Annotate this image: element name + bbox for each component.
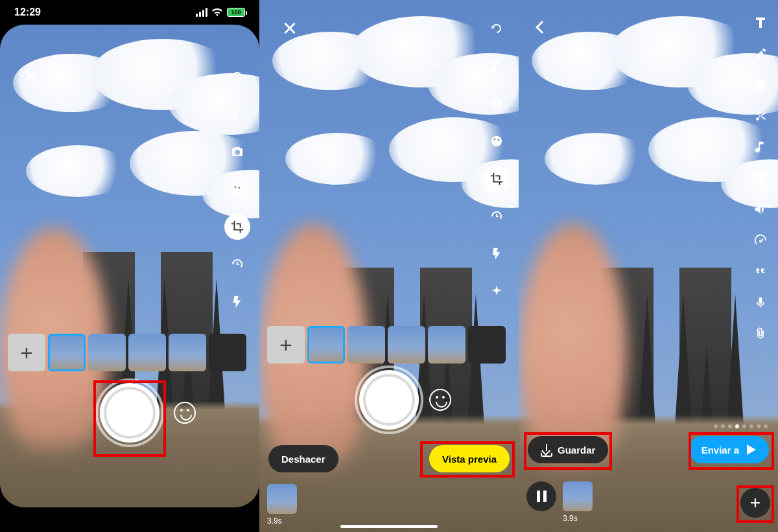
director-thumbs: +	[8, 334, 246, 371]
pause-button[interactable]	[526, 481, 556, 511]
send-button[interactable]: Enviar a	[689, 436, 769, 463]
edit-viewport: Guardar Enviar a 3.9s +	[519, 0, 778, 532]
camera-viewport: +	[0, 25, 259, 507]
camera-viewport: + Deshacer Vista previa 3.9s	[259, 0, 519, 532]
clip-thumb[interactable]	[307, 326, 345, 364]
clip-thumb[interactable]	[128, 334, 166, 371]
camera-icon[interactable]	[484, 91, 510, 117]
lens-smiley-button[interactable]	[429, 389, 451, 411]
status-time: 12:29	[14, 6, 41, 18]
speed-icon[interactable]	[484, 203, 510, 229]
svg-point-1	[235, 187, 237, 189]
clip-cell[interactable]: 3.9s	[267, 484, 297, 526]
add-clip-button[interactable]: +	[8, 334, 45, 371]
clip-thumb[interactable]	[428, 326, 466, 364]
clip-thumb[interactable]	[209, 334, 246, 371]
clip-thumb[interactable]	[48, 334, 86, 371]
magic-icon[interactable]	[749, 229, 772, 251]
svg-point-0	[232, 184, 242, 194]
camera-icon[interactable]	[224, 139, 250, 165]
save-button[interactable]: Guardar	[528, 436, 608, 463]
preview-button[interactable]: Vista previa	[429, 445, 510, 472]
sticker-icon[interactable]	[749, 74, 772, 96]
screen-3-edit: Guardar Enviar a 3.9s +	[519, 0, 778, 532]
send-icon	[747, 445, 756, 455]
volume-icon[interactable]	[749, 198, 772, 220]
clip-thumb[interactable]	[388, 326, 425, 364]
status-indicators: 100	[196, 8, 245, 17]
edit-tool-rail	[749, 12, 772, 345]
svg-point-3	[491, 136, 502, 146]
tool-rail	[484, 16, 510, 305]
send-label: Enviar a	[701, 445, 739, 456]
undo-button[interactable]: Deshacer	[268, 445, 338, 472]
download-icon	[541, 444, 552, 456]
clip-row: 3.9s	[526, 481, 593, 523]
svg-point-4	[494, 139, 496, 141]
clip-thumb[interactable]	[88, 334, 126, 371]
close-button[interactable]	[12, 64, 35, 87]
flip-camera-icon[interactable]	[224, 64, 250, 89]
music-icon[interactable]	[749, 136, 772, 158]
palette-icon[interactable]	[224, 176, 250, 202]
wifi-icon	[211, 8, 223, 17]
clip-cell[interactable]: 3.9s	[563, 481, 593, 523]
save-label: Guardar	[558, 445, 595, 456]
action-row: Deshacer Vista previa	[259, 445, 519, 472]
add-button[interactable]: +	[740, 488, 770, 518]
sparkle-icon[interactable]	[484, 279, 510, 305]
clip-thumb[interactable]	[169, 334, 206, 371]
mic-icon[interactable]	[749, 292, 772, 314]
screen-1-capture: 12:29 100 +	[0, 0, 259, 532]
home-indicator	[340, 525, 438, 528]
back-button[interactable]	[530, 16, 554, 39]
shutter-ring	[95, 378, 164, 447]
clip-thumb[interactable]	[468, 326, 506, 364]
speed-icon[interactable]	[224, 251, 250, 277]
undo-label: Deshacer	[281, 454, 325, 465]
clip-duration: 3.9s	[267, 516, 282, 526]
action-row: Guardar Enviar a	[519, 436, 778, 463]
clip-duration: 3.9s	[563, 514, 578, 523]
screen-2-preview: + Deshacer Vista previa 3.9s	[259, 0, 519, 532]
battery-icon: 100	[227, 8, 245, 17]
lens-smiley-button[interactable]	[174, 402, 196, 424]
quote-icon[interactable]	[749, 260, 772, 283]
music-icon[interactable]	[224, 101, 250, 127]
flash-icon[interactable]	[224, 289, 250, 315]
clip-thumbnail	[267, 484, 297, 514]
flash-icon[interactable]	[484, 241, 510, 267]
clip-row: 3.9s	[267, 484, 297, 526]
status-bar: 12:29 100	[0, 0, 259, 25]
music-icon[interactable]	[484, 53, 510, 79]
director-thumbs: +	[267, 326, 506, 364]
palette-icon[interactable]	[484, 128, 510, 154]
signal-icon	[196, 8, 207, 17]
svg-point-5	[498, 139, 500, 141]
preview-label: Vista previa	[442, 454, 497, 465]
pencil-icon[interactable]	[749, 43, 772, 65]
close-button[interactable]	[271, 16, 294, 39]
page-dots	[714, 424, 768, 428]
shutter-ring	[355, 365, 423, 434]
crop-icon[interactable]	[224, 214, 250, 240]
tag-icon[interactable]	[749, 167, 772, 189]
tool-rail	[224, 64, 250, 315]
shutter-area	[100, 383, 159, 443]
text-icon[interactable]	[749, 12, 772, 34]
clip-thumb[interactable]	[348, 326, 385, 364]
shutter-area	[359, 370, 419, 430]
crop-icon[interactable]	[484, 166, 510, 192]
flip-camera-icon[interactable]	[484, 16, 510, 41]
add-clip-button[interactable]: +	[267, 326, 305, 364]
scissors-icon[interactable]	[749, 105, 772, 127]
chevron-left-icon	[536, 21, 548, 34]
attachment-icon[interactable]	[749, 323, 772, 345]
clip-thumbnail	[563, 481, 593, 511]
svg-point-2	[239, 187, 241, 189]
